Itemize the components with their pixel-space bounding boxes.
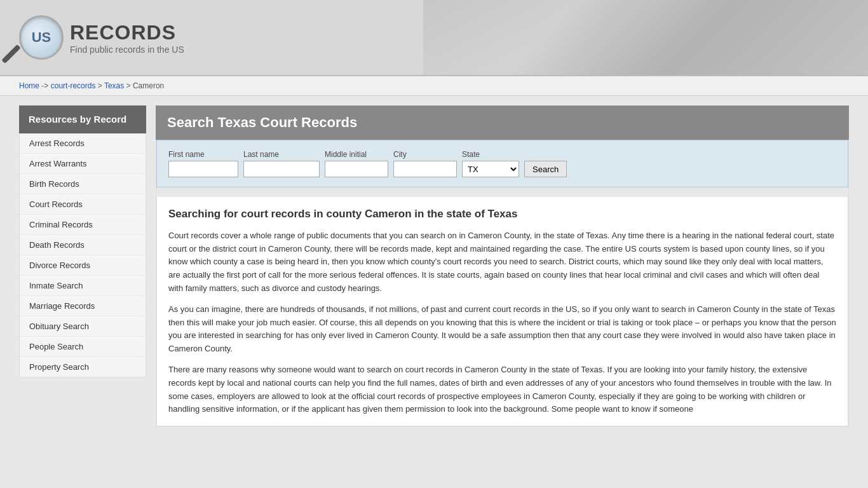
breadcrumb-home-link[interactable]: Home — [19, 81, 39, 90]
magnifier-handle-icon — [1, 44, 20, 64]
logo-circle: US — [19, 15, 64, 60]
breadcrumb: Home -> court-records > Texas > Cameron — [0, 76, 868, 96]
sidebar-item-divorce-records[interactable]: Divorce Records — [20, 255, 146, 276]
first-name-label: First name — [168, 150, 238, 159]
breadcrumb-sep2: > — [98, 81, 104, 90]
page-title: Search Texas Court Records — [167, 114, 837, 131]
main-container: Resources by Record Arrest RecordsArrest… — [0, 96, 868, 437]
content-wrapper: First name Last name Middle initial City — [156, 140, 849, 427]
last-name-field: Last name — [243, 150, 320, 177]
middle-initial-input[interactable] — [325, 161, 388, 177]
article-paragraph: As you can imagine, there are hundreds o… — [168, 303, 836, 356]
breadcrumb-current: Cameron — [133, 81, 164, 90]
article-title: Searching for court records in county Ca… — [168, 207, 836, 222]
first-name-input[interactable] — [168, 161, 238, 177]
state-field: State TXALAKAZARCACOCTDEFLGAHIIDILINIAKS… — [462, 150, 519, 177]
sidebar-item-court-records[interactable]: Court Records — [20, 194, 146, 215]
sidebar-item-death-records[interactable]: Death Records — [20, 235, 146, 255]
search-fields: First name Last name Middle initial City — [168, 150, 836, 177]
last-name-label: Last name — [243, 150, 320, 159]
main-content: Search Texas Court Records First name La… — [156, 105, 849, 427]
sidebar-header: Resources by Record — [19, 105, 146, 133]
logo-subtitle: Find public records in the US — [70, 44, 184, 55]
city-field: City — [393, 150, 457, 177]
last-name-input[interactable] — [243, 161, 320, 177]
first-name-field: First name — [168, 150, 238, 177]
breadcrumb-sep1: -> — [41, 81, 48, 90]
site-header: US RECORDS Find public records in the US — [0, 0, 868, 76]
article-paragraphs: Court records cover a whole range of pub… — [168, 229, 836, 416]
breadcrumb-state-link[interactable]: Texas — [104, 81, 124, 90]
header-banner-image — [423, 0, 868, 76]
city-label: City — [393, 150, 457, 159]
breadcrumb-court-link[interactable]: court-records — [51, 81, 96, 90]
state-select[interactable]: TXALAKAZARCACOCTDEFLGAHIIDILINIAKSKYLAME… — [462, 161, 519, 177]
search-button[interactable]: Search — [524, 161, 567, 177]
sidebar-item-inmate-search[interactable]: Inmate Search — [20, 276, 146, 296]
sidebar-item-property-search[interactable]: Property Search — [20, 357, 146, 377]
breadcrumb-sep3: > — [126, 81, 133, 90]
sidebar-menu: Arrest RecordsArrest WarrantsBirth Recor… — [19, 133, 146, 377]
sidebar-item-birth-records[interactable]: Birth Records — [20, 174, 146, 194]
middle-initial-label: Middle initial — [325, 150, 388, 159]
search-box: First name Last name Middle initial City — [156, 140, 848, 187]
logo-title: RECORDS — [70, 21, 184, 44]
logo[interactable]: US RECORDS Find public records in the US — [19, 15, 184, 60]
article-paragraph: There are many reasons why someone would… — [168, 363, 836, 416]
sidebar-item-obituary-search[interactable]: Obituary Search — [20, 316, 146, 337]
content-header: Search Texas Court Records — [156, 105, 849, 140]
sidebar-item-marriage-records[interactable]: Marriage Records — [20, 296, 146, 316]
article-content: Searching for court records in county Ca… — [156, 197, 848, 426]
sidebar-item-people-search[interactable]: People Search — [20, 337, 146, 357]
logo-text-block: RECORDS Find public records in the US — [70, 21, 184, 55]
sidebar-item-arrest-warrants[interactable]: Arrest Warrants — [20, 154, 146, 174]
middle-initial-field: Middle initial — [325, 150, 388, 177]
city-input[interactable] — [393, 161, 457, 177]
article-paragraph: Court records cover a whole range of pub… — [168, 229, 836, 295]
logo-us-text: US — [32, 29, 51, 46]
sidebar: Resources by Record Arrest RecordsArrest… — [19, 105, 146, 427]
header-image-inner — [423, 0, 868, 76]
sidebar-item-criminal-records[interactable]: Criminal Records — [20, 215, 146, 235]
state-label: State — [462, 150, 519, 159]
sidebar-item-arrest-records[interactable]: Arrest Records — [20, 133, 146, 154]
